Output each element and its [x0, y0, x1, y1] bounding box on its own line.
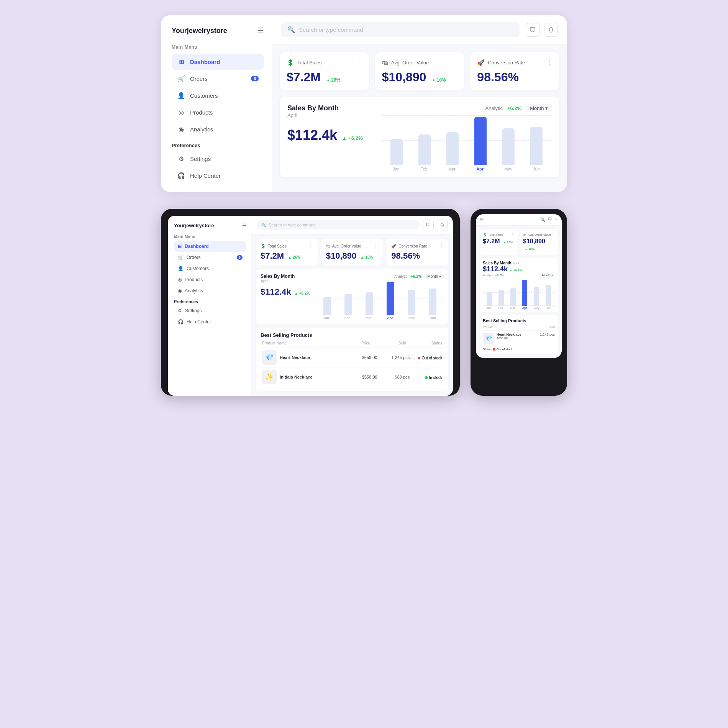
tablet-search-icon: 🔍	[261, 223, 266, 227]
tablet-menu-icon[interactable]: ☰	[242, 223, 246, 228]
dashboard-icon: ⊞	[177, 57, 185, 66]
phone-dot-out-of-stock	[493, 348, 495, 351]
sales-more[interactable]: ⋮	[356, 59, 362, 66]
chart-right: Analytic +6.2% Month ▾	[381, 104, 552, 171]
phone-card: ☰ 🔍 💲	[471, 209, 567, 396]
tablet-bar-jun	[429, 289, 436, 315]
sidebar-item-orders[interactable]: 🛒 Orders 6	[172, 71, 264, 87]
chart-left: Sales By Month April $112.4k ▲ +6.2%	[287, 104, 372, 171]
tablet-label-jan: Jan	[323, 316, 329, 320]
tablet-item-dashboard[interactable]: ⊞ Dashboard	[174, 241, 246, 252]
phone-product-name-heart: Heart Necklace	[497, 333, 535, 336]
tablet-bar-labels: Jan Feb Mar Apr May Jun	[316, 316, 444, 320]
bar-apr	[474, 117, 487, 165]
topbar-icons	[526, 23, 558, 37]
phone-aov-icon: 🛍	[523, 233, 526, 237]
tablet-stat-sales: 💲 Total Sales ⋮ $7.2M ▲ 26%	[256, 239, 318, 265]
phone-menu-icon[interactable]: ☰	[480, 217, 484, 222]
search-box[interactable]: 🔍 Search or type command	[281, 22, 520, 37]
stat-card-sales: 💲 Total Sales ⋮ $7.2M ▲ 26%	[280, 52, 369, 90]
col-sold-ph: Sold	[531, 325, 555, 329]
tablet-item-orders[interactable]: 🛒 Orders 6	[174, 252, 246, 263]
phone-notifications-icon[interactable]	[554, 217, 558, 222]
dot-out-of-stock	[418, 357, 420, 359]
phone-aov-more[interactable]: ⋮	[551, 233, 555, 237]
chat-icon[interactable]	[526, 23, 539, 37]
products-icon: ◎	[177, 108, 185, 116]
phone-chart-value: $112.4k	[483, 265, 508, 273]
tablet-orders-badge: 6	[237, 255, 243, 260]
tablet-label-feb: Feb	[344, 316, 351, 320]
label-jan: Jan	[393, 167, 400, 171]
label-apr: Apr	[476, 167, 484, 171]
sidebar-item-analytics[interactable]: ◉ Analytics	[172, 121, 264, 137]
tablet-label-apr: Apr	[387, 316, 393, 320]
tablet-item-settings[interactable]: ⚙ Settings	[174, 305, 246, 316]
sidebar-item-dashboard[interactable]: ⊞ Dashboard	[172, 54, 264, 70]
tablet-month-selector[interactable]: Month ▾	[425, 274, 444, 279]
chart-change: ▲ +6.2%	[342, 135, 363, 141]
tablet-chart-card: Sales By Month April $112.4k ▲ +6.2% Ana…	[256, 269, 448, 324]
tablet-label-customers: Customers	[187, 266, 209, 271]
phone-products-title: Best Selling Products	[483, 318, 555, 323]
phone-products-section: Best Selling Products Product Sold 💎 Hea…	[480, 315, 558, 354]
conversion-more[interactable]: ⋮	[546, 59, 553, 66]
tablet-item-analytics[interactable]: ◉ Analytics	[174, 285, 246, 296]
bar-feb	[418, 134, 431, 165]
tablet-products-header: Product Name Price Sold Status	[261, 341, 444, 345]
desktop-card: Yourjewelrystore ☰ Main Menu ⊞ Dashboard…	[161, 15, 567, 192]
notifications-icon[interactable]	[544, 23, 558, 37]
tablet-label-jun: Jun	[430, 316, 436, 320]
label-feb: Feb	[420, 167, 428, 171]
tablet-stats-row: 💲 Total Sales ⋮ $7.2M ▲ 26% 🛍 Avg.	[251, 234, 453, 265]
phone-status-label: Status	[483, 348, 492, 351]
sidebar-item-products[interactable]: ◎ Products	[172, 104, 264, 120]
product-sold-heart: 1,245 pcs	[377, 355, 410, 360]
month-selector[interactable]: Month ▾	[526, 104, 552, 112]
tablet-stat-conversion: 🚀 Conversion Rate ⋮ 98.56%	[387, 239, 448, 265]
phone-sales-more[interactable]: ⋮	[511, 233, 515, 237]
tablet-item-customers[interactable]: 👤 Customers	[174, 263, 246, 274]
tablet-search[interactable]: 🔍 Search or type command	[257, 220, 419, 230]
sidebar-item-settings[interactable]: ⚙ Settings	[172, 151, 264, 167]
phone-content: 💲 Total Sales ⋮ $7.2M ▲ 26% 🛍 Avg.	[476, 226, 562, 358]
aov-more[interactable]: ⋮	[451, 59, 457, 66]
tablet-conversion-more[interactable]: ⋮	[439, 243, 444, 249]
phone-label-mar: Mar	[510, 307, 515, 309]
tablet-aov-more[interactable]: ⋮	[374, 243, 378, 249]
table-row: 💎 Heart Necklace $650.00 1,245 pcs Out o…	[261, 348, 444, 367]
phone-bar-jun	[546, 285, 551, 306]
tablet-label-orders: Orders	[187, 255, 201, 260]
tablet-chat-icon[interactable]	[423, 220, 434, 230]
phone-stats-row: 💲 Total Sales ⋮ $7.2M ▲ 26% 🛍 Avg.	[480, 230, 558, 255]
product-price-heart: $650.00	[345, 355, 377, 360]
sales-arrow-icon: ▲	[326, 78, 330, 82]
tablet-label-products: Products	[185, 277, 203, 282]
phone-status-row-heart: Status Out of stock	[483, 348, 555, 351]
tablet-item-helpcenter[interactable]: 🎧 Help Center	[174, 316, 246, 327]
phone-bar-feb	[498, 290, 504, 306]
phone-chat-icon[interactable]	[548, 217, 552, 222]
tablet-aov-change: ▲ 10%	[361, 255, 373, 259]
col-status: Status	[406, 341, 442, 345]
tablet-notifications-icon[interactable]	[437, 220, 448, 230]
menu-icon[interactable]: ☰	[257, 26, 264, 35]
preferences-label: Preferences	[172, 143, 264, 148]
tablet-aov-value: $10,890	[326, 251, 357, 261]
tablet-item-products[interactable]: ◎ Products	[174, 274, 246, 285]
col-product-ph: Product	[483, 325, 531, 329]
tablet-conversion-icon: 🚀	[391, 244, 397, 249]
sidebar-item-helpcenter[interactable]: 🎧 Help Center	[172, 167, 264, 184]
bar-may	[502, 128, 515, 165]
phone-month-selector[interactable]: Month ▾	[540, 273, 555, 277]
conversion-title: Conversion Rate	[488, 60, 525, 66]
desktop-sidebar: Yourjewelrystore ☰ Main Menu ⊞ Dashboard…	[161, 15, 272, 192]
phone-search-icon[interactable]: 🔍	[540, 217, 546, 222]
tablet-sales-more[interactable]: ⋮	[308, 243, 313, 249]
phone-label-may: May	[534, 307, 539, 309]
tablet-products-title: Best Selling Products	[261, 332, 444, 338]
product-price-initials: $550.00	[345, 375, 377, 379]
list-item: 💎 Heart Necklace $650.00 1,245 pcs	[483, 330, 555, 346]
sidebar-item-customers[interactable]: 👤 Customers	[172, 87, 264, 103]
bottom-row: Yourjewelrystore ☰ Main Menu ⊞ Dashboard…	[161, 209, 567, 396]
